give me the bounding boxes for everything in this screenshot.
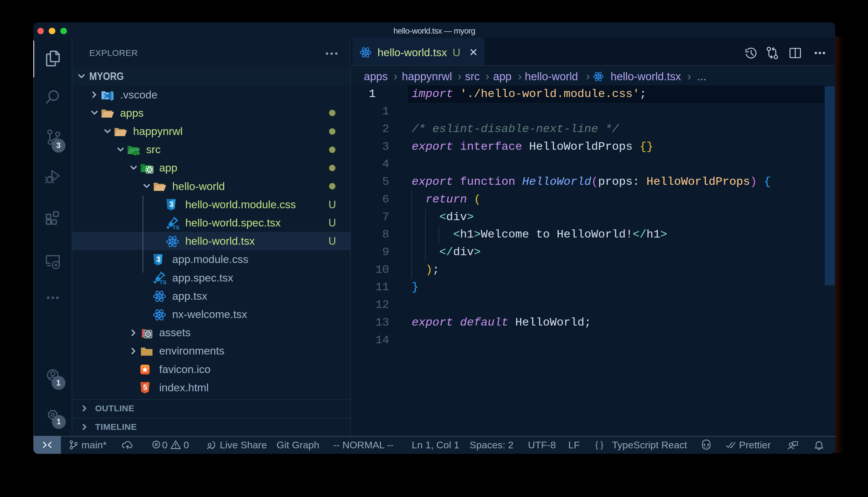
svg-text:3: 3: [169, 200, 174, 208]
svg-text:TS: TS: [160, 279, 166, 284]
svg-text:3: 3: [156, 255, 160, 263]
svg-text:TS: TS: [173, 225, 179, 230]
svg-text:</>: </>: [132, 150, 140, 156]
svg-text:5: 5: [143, 383, 147, 391]
